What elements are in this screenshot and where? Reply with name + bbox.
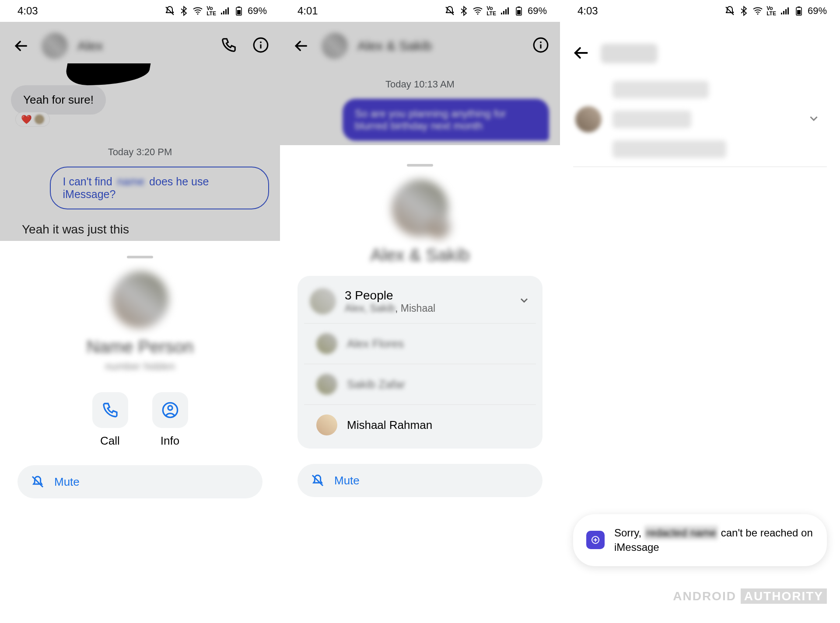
- person-avatar: [316, 414, 337, 435]
- person-avatar: [316, 333, 337, 354]
- contact-sheet: Name Person number hidden Call Info Mute: [0, 245, 280, 623]
- bell-off-icon: [724, 6, 735, 16]
- battery-icon: [794, 6, 804, 16]
- contact-picker-row[interactable]: [573, 81, 827, 158]
- error-toast[interactable]: Sorry, redacted name can't be reached on…: [573, 514, 827, 566]
- clock: 4:03: [18, 5, 38, 17]
- wifi-icon: [752, 6, 763, 16]
- volte-icon: VoLTE: [206, 6, 216, 16]
- signal-icon: [500, 6, 510, 16]
- sheet-contact-name: Name Person: [0, 337, 280, 357]
- people-header[interactable]: 3 People Alex, Sakib, Mishaal: [298, 279, 542, 323]
- dim-overlay[interactable]: [0, 22, 280, 241]
- screenshot-3: 4:03 VoLTE 69%: [560, 0, 840, 623]
- battery-icon: [234, 6, 244, 16]
- volte-icon: VoLTE: [486, 6, 496, 16]
- bell-off-icon: [31, 475, 45, 489]
- svg-rect-2: [238, 7, 240, 7]
- battery-percent: 69%: [808, 5, 827, 17]
- expand-contact[interactable]: [807, 112, 827, 127]
- bell-off-icon: [444, 6, 455, 16]
- info-action[interactable]: Info: [152, 392, 188, 448]
- redacted-line: [612, 111, 691, 128]
- person-row[interactable]: Sakib Zafar: [304, 364, 536, 404]
- volte-icon: VoLTE: [766, 6, 776, 16]
- bluetooth-icon: [178, 6, 189, 16]
- mute-button[interactable]: Mute: [18, 465, 262, 498]
- person-row[interactable]: Alex Flores: [304, 323, 536, 364]
- group-sheet: Alex & Sakib 3 People Alex, Sakib, Misha…: [280, 153, 560, 623]
- svg-rect-16: [798, 7, 800, 7]
- svg-point-14: [757, 14, 759, 15]
- group-name-large: Alex & Sakib: [280, 245, 560, 265]
- sheet-handle[interactable]: [407, 164, 433, 167]
- signal-icon: [220, 6, 230, 16]
- status-bar: 4:01 VoLTE 69%: [280, 0, 560, 22]
- dim-overlay[interactable]: [280, 22, 560, 145]
- watermark: ANDROID AUTHORITY: [673, 589, 827, 603]
- group-avatar-large[interactable]: [392, 180, 448, 237]
- new-message-screen: [560, 22, 840, 189]
- person-row[interactable]: Mishaal Rahman: [304, 404, 536, 445]
- sheet-contact-sub: number hidden: [0, 360, 280, 372]
- header-row: [573, 44, 827, 63]
- person-avatar: [316, 374, 337, 395]
- person-name: Alex Flores: [347, 337, 404, 351]
- screenshot-1: 4:03 VoLTE 69% Alex Yeah for sure!: [0, 0, 280, 623]
- redacted-list: [612, 81, 726, 158]
- chevron-down-icon: [518, 294, 530, 306]
- clock: 4:03: [578, 5, 598, 17]
- beeper-app-icon: [586, 531, 605, 549]
- contact-avatar: [575, 106, 602, 132]
- toast-text: Sorry, redacted name can't be reached on…: [614, 526, 814, 555]
- bell-off-icon: [164, 6, 175, 16]
- phone-icon: [102, 401, 119, 419]
- mute-button[interactable]: Mute: [298, 464, 542, 497]
- person-name: Sakib Zafar: [347, 378, 405, 391]
- battery-percent: 69%: [248, 5, 267, 17]
- person-icon: [161, 401, 179, 419]
- info-label: Info: [152, 434, 188, 448]
- status-bar: 4:03 VoLTE 69%: [0, 0, 280, 22]
- call-label: Call: [92, 434, 128, 448]
- call-action[interactable]: Call: [92, 392, 128, 448]
- screenshot-2: 4:01 VoLTE 69% Alex & Sakib Today 10:13 …: [280, 0, 560, 623]
- status-icons: VoLTE 69%: [444, 5, 547, 17]
- svg-point-7: [168, 406, 172, 410]
- sheet-avatar[interactable]: [112, 271, 168, 328]
- redacted-title: [601, 44, 658, 63]
- group-avatar-small: [310, 288, 336, 314]
- people-count: 3 People: [345, 289, 435, 303]
- svg-rect-10: [518, 7, 520, 7]
- redacted-line: [612, 81, 709, 98]
- svg-point-8: [477, 14, 479, 15]
- divider: [573, 167, 827, 167]
- svg-rect-3: [237, 10, 241, 14]
- mute-label: Mute: [54, 475, 80, 489]
- status-icons: VoLTE 69%: [164, 5, 267, 17]
- chevron-down-icon: [807, 112, 820, 125]
- status-icons: VoLTE 69%: [724, 5, 827, 17]
- sheet-handle[interactable]: [127, 256, 153, 258]
- signal-icon: [780, 6, 790, 16]
- redacted-line: [612, 140, 726, 158]
- battery-percent: 69%: [528, 5, 547, 17]
- back-button[interactable]: [573, 45, 590, 63]
- bluetooth-icon: [458, 6, 469, 16]
- person-name: Mishaal Rahman: [347, 418, 432, 432]
- svg-rect-17: [797, 10, 801, 14]
- expand-people[interactable]: [518, 294, 530, 308]
- battery-icon: [514, 6, 524, 16]
- svg-rect-11: [517, 10, 521, 14]
- wifi-icon: [192, 6, 203, 16]
- status-bar: 4:03 VoLTE 69%: [560, 0, 840, 22]
- action-row: Call Info: [0, 392, 280, 448]
- back-arrow-icon: [573, 45, 590, 61]
- bluetooth-icon: [738, 6, 749, 16]
- people-names: Alex, Sakib, Mishaal: [345, 303, 435, 314]
- bell-off-icon: [311, 473, 325, 487]
- people-card: 3 People Alex, Sakib, Mishaal Alex Flore…: [298, 276, 542, 449]
- wifi-icon: [472, 6, 483, 16]
- svg-point-0: [197, 14, 199, 15]
- mute-label: Mute: [334, 474, 360, 487]
